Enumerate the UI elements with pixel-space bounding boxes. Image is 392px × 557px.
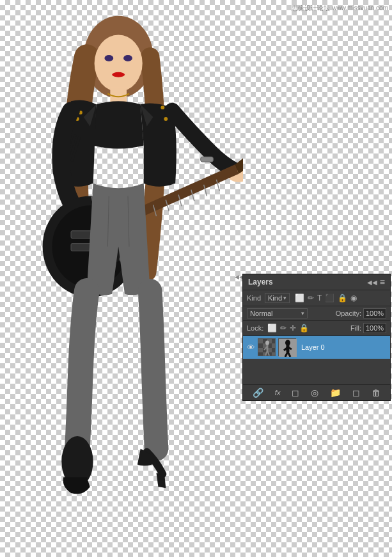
fx-icon[interactable]: fx [275, 389, 281, 396]
blend-mode-row: Normal ▾ Opacity: 100% [243, 306, 390, 321]
svg-rect-47 [272, 352, 276, 356]
lock-artboard-icon[interactable]: ✛ [290, 324, 296, 333]
svg-point-54 [285, 340, 290, 346]
lock-all-icon[interactable]: 🔒 [299, 324, 309, 333]
svg-rect-43 [258, 348, 263, 352]
svg-point-1 [95, 35, 143, 91]
svg-rect-38 [201, 157, 214, 162]
svg-point-9 [161, 106, 164, 109]
kind-dropdown[interactable]: Kind ▾ [265, 293, 290, 303]
fill-group: Fill: 100% [350, 323, 386, 333]
layers-empty-area [243, 359, 390, 384]
smart-object-filter-icon[interactable]: 🔒 [338, 294, 347, 302]
lock-icons: ⬜ ✏ ✛ 🔒 [267, 324, 309, 333]
svg-point-3 [123, 55, 132, 61]
svg-point-4 [112, 72, 125, 77]
kind-row: Kind Kind ▾ ⬜ ✏ T ⬛ 🔒 ◉ [243, 290, 390, 306]
lock-pixels-icon[interactable]: ⬜ [267, 324, 277, 333]
fill-label: Fill: [350, 324, 361, 332]
panel-controls: ◀◀ ≡ [367, 277, 385, 287]
artboard-filter-icon[interactable]: ◉ [350, 294, 357, 302]
add-mask-icon[interactable]: ◻ [292, 388, 299, 398]
blend-mode-dropdown[interactable]: Normal ▾ [247, 308, 308, 318]
link-icon[interactable]: 🔗 [253, 388, 263, 398]
svg-point-2 [104, 55, 113, 61]
svg-point-11 [164, 117, 168, 121]
svg-rect-45 [272, 343, 276, 348]
layers-panel-title: Layers [248, 278, 273, 286]
layer-thumbnail [258, 338, 276, 356]
watermark: 思缘设计论坛 www.missvuan.com [292, 4, 388, 13]
canvas-figure [13, 6, 243, 550]
layers-panel-header: Layers ◀◀ ≡ [243, 274, 390, 290]
shape-filter-icon[interactable]: ⬛ [325, 294, 334, 302]
opacity-label: Opacity: [336, 310, 361, 317]
fill-value[interactable]: 100% [363, 323, 386, 333]
delete-layer-icon[interactable]: 🗑 [372, 388, 380, 398]
lock-label: Lock: [247, 324, 263, 332]
svg-rect-40 [258, 339, 263, 343]
pixel-filter-icon[interactable]: ⬜ [295, 294, 304, 302]
layer-0-row[interactable]: 👁 [243, 336, 390, 359]
layer-mask-thumbnail [278, 338, 296, 356]
panel-collapse-button[interactable]: ◀◀ [367, 279, 377, 286]
blend-mode-chevron: ▾ [301, 310, 304, 317]
opacity-value[interactable]: 100% [363, 308, 386, 318]
add-layer-icon[interactable]: ◻ [352, 388, 360, 398]
lock-position-icon[interactable]: ✏ [280, 324, 286, 333]
layers-panel: Layers ◀◀ ≡ Kind Kind ▾ ⬜ ✏ T ⬛ 🔒 ◉ Norm… [242, 274, 391, 401]
adjustment-filter-icon[interactable]: ✏ [308, 294, 314, 302]
kind-dropdown-chevron: ▾ [283, 295, 286, 301]
layer-visibility-icon[interactable]: 👁 [247, 343, 255, 352]
kind-label: Kind [247, 294, 261, 302]
panel-menu-button[interactable]: ≡ [380, 277, 385, 287]
add-adjustment-icon[interactable]: ◎ [311, 388, 318, 398]
lock-row: Lock: ⬜ ✏ ✛ 🔒 Fill: 100% [243, 321, 390, 336]
add-group-icon[interactable]: 📁 [330, 388, 341, 398]
opacity-group: Opacity: 100% [336, 308, 386, 318]
layers-bottom-toolbar: 🔗 fx ◻ ◎ 📁 ◻ 🗑 [243, 384, 390, 400]
svg-point-48 [265, 341, 269, 345]
layer-name: Layer 0 [299, 343, 386, 351]
blend-mode-value: Normal [250, 310, 272, 317]
kind-dropdown-label: Kind [268, 294, 282, 302]
type-filter-icon[interactable]: T [317, 294, 322, 302]
kind-filter-icons: ⬜ ✏ T ⬛ 🔒 ◉ [295, 294, 357, 302]
